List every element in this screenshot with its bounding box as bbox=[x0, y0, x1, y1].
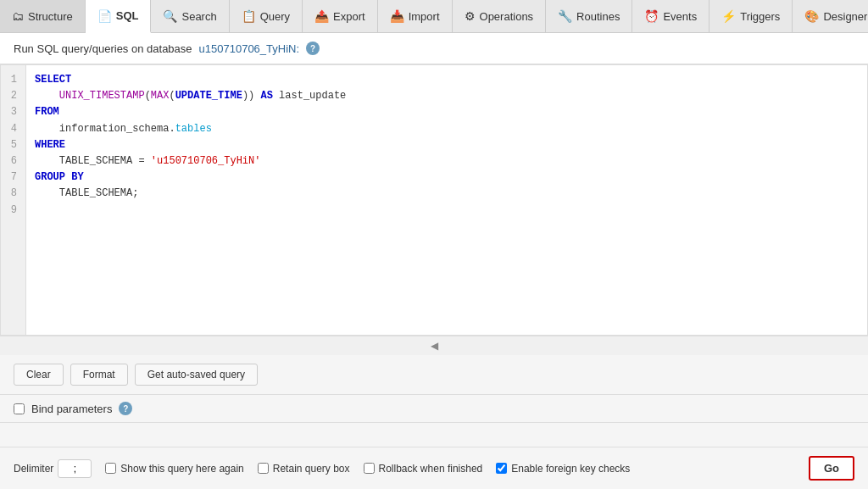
events-icon: ⏰ bbox=[644, 9, 659, 23]
designer-icon: 🎨 bbox=[804, 9, 819, 23]
structure-icon: 🗂 bbox=[12, 9, 24, 23]
sql-editor-container: 1 2 3 4 5 6 7 8 9 SELECT UNIX_TIMESTAMP(… bbox=[0, 64, 868, 336]
tab-sql[interactable]: 📄 SQL bbox=[86, 0, 152, 33]
export-icon: 📤 bbox=[314, 9, 329, 23]
help-icon[interactable]: ? bbox=[306, 42, 320, 55]
tab-export[interactable]: 📤 Export bbox=[303, 0, 378, 32]
sql-code-editor[interactable]: SELECT UNIX_TIMESTAMP(MAX(UPDATE_TIME)) … bbox=[26, 65, 867, 335]
tab-events[interactable]: ⏰ Events bbox=[632, 0, 709, 32]
tab-routines[interactable]: 🔧 Routines bbox=[546, 0, 632, 32]
import-icon: 📥 bbox=[390, 9, 404, 23]
line-numbers: 1 2 3 4 5 6 7 8 9 bbox=[1, 65, 26, 335]
query-icon: 📋 bbox=[242, 9, 256, 23]
tab-query[interactable]: 📋 Query bbox=[230, 0, 303, 32]
scroll-left-indicator[interactable]: ◀ bbox=[0, 336, 868, 355]
search-icon: 🔍 bbox=[163, 9, 177, 23]
triggers-icon: ⚡ bbox=[721, 9, 736, 23]
routines-icon: 🔧 bbox=[558, 9, 572, 23]
info-text: Run SQL query/queries on database bbox=[14, 42, 192, 55]
nav-tabs: 🗂 Structure 📄 SQL 🔍 Search 📋 Query 📤 Exp… bbox=[0, 0, 868, 33]
bind-params-label: Bind parameters bbox=[31, 403, 112, 415]
bind-params-row: Bind parameters ? bbox=[0, 395, 868, 423]
bind-params-checkbox[interactable] bbox=[14, 403, 25, 414]
tab-triggers[interactable]: ⚡ Triggers bbox=[709, 0, 793, 32]
operations-icon: ⚙ bbox=[465, 9, 476, 23]
tab-structure[interactable]: 🗂 Structure bbox=[0, 0, 86, 32]
format-button[interactable]: Format bbox=[70, 364, 128, 386]
autosave-button[interactable]: Get auto-saved query bbox=[135, 364, 258, 386]
clear-button[interactable]: Clear bbox=[14, 364, 64, 386]
info-bar: Run SQL query/queries on database u15071… bbox=[0, 33, 868, 64]
tab-search[interactable]: 🔍 Search bbox=[151, 0, 229, 32]
db-name-link[interactable]: u150710706_TyHiN: bbox=[199, 42, 300, 55]
bind-params-help-icon[interactable]: ? bbox=[119, 402, 132, 415]
tab-designer[interactable]: 🎨 Designer bbox=[793, 0, 868, 32]
tab-operations[interactable]: ⚙ Operations bbox=[453, 0, 547, 32]
tab-import[interactable]: 📥 Import bbox=[378, 0, 453, 32]
action-bar: Clear Format Get auto-saved query bbox=[0, 355, 868, 395]
sql-icon: 📄 bbox=[97, 9, 112, 23]
